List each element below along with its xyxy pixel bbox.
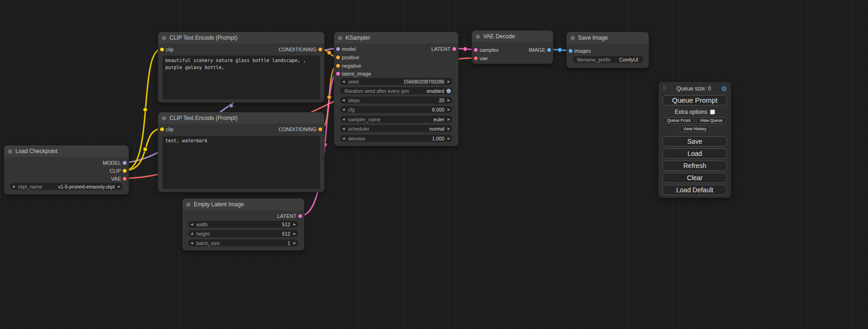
node-clip-text-encode-positive[interactable]: CLIP Text Encode (Prompt) clip CONDITION… — [158, 32, 325, 103]
load-button[interactable]: Load — [663, 148, 727, 159]
decrement-arrow-icon[interactable]: ◀ — [191, 221, 193, 228]
increment-arrow-icon[interactable]: ▶ — [448, 116, 450, 123]
latent-output-port[interactable] — [452, 47, 456, 51]
output-slot-image: IMAGE — [529, 47, 553, 53]
widget-random-seed-toggle[interactable]: Random seed after every gen enabled — [340, 87, 452, 94]
positive-prompt-textarea[interactable]: beautiful scenery nature glass bottle la… — [162, 56, 320, 99]
node-title-bar[interactable]: KSampler — [334, 32, 458, 43]
refresh-button[interactable]: Refresh — [663, 161, 727, 171]
clip-input-port[interactable] — [160, 127, 164, 131]
increment-arrow-icon[interactable]: ▶ — [118, 183, 120, 190]
input-slot-model: model — [334, 46, 356, 52]
widget-seed[interactable]: ◀ seed 156680208700286 ▶ — [340, 78, 452, 85]
clip-input-port[interactable] — [160, 48, 164, 51]
increment-arrow-icon[interactable]: ▶ — [294, 239, 296, 246]
widget-sampler-name[interactable]: ◀ sampler_name euler ▶ — [340, 116, 452, 123]
increment-arrow-icon[interactable]: ▶ — [448, 106, 450, 113]
negative-prompt-textarea[interactable]: text, watermark — [162, 136, 320, 189]
collapse-dot-icon[interactable] — [162, 36, 166, 40]
decrement-arrow-icon[interactable]: ◀ — [342, 135, 345, 142]
vae-output-port[interactable] — [123, 177, 127, 181]
input-slot-negative: negative — [334, 63, 361, 69]
widget-label: sampler_name — [348, 117, 380, 122]
increment-arrow-icon[interactable]: ▶ — [294, 230, 296, 237]
widget-denoise[interactable]: ◀ denoise 1.000 ▶ — [340, 135, 452, 142]
decrement-arrow-icon[interactable]: ◀ — [342, 125, 345, 132]
decrement-arrow-icon[interactable]: ◀ — [342, 78, 345, 85]
node-title-bar[interactable]: CLIP Text Encode (Prompt) — [158, 112, 324, 124]
conditioning-output-port[interactable] — [318, 48, 322, 51]
toggle-knob-icon[interactable] — [446, 89, 451, 93]
widget-cfg[interactable]: ◀ cfg 8.000 ▶ — [340, 106, 452, 113]
node-title-bar[interactable]: Load Checkpoint — [4, 146, 128, 157]
decrement-arrow-icon[interactable]: ◀ — [342, 106, 345, 113]
node-title-label: CLIP Text Encode (Prompt) — [169, 35, 238, 41]
node-empty-latent-image[interactable]: Empty Latent Image LATENT ◀ width 512 ▶ … — [182, 198, 304, 251]
decrement-arrow-icon[interactable]: ◀ — [342, 97, 345, 104]
increment-arrow-icon[interactable]: ▶ — [448, 135, 450, 142]
input-slot-clip: clip — [158, 46, 174, 53]
widget-height[interactable]: ◀ height 512 ▶ — [188, 230, 298, 237]
model-output-port[interactable] — [123, 161, 127, 165]
collapse-dot-icon[interactable] — [8, 149, 12, 154]
drag-handle-icon[interactable]: ⠿ — [663, 85, 666, 91]
widget-label: height — [196, 231, 210, 237]
node-load-checkpoint[interactable]: Load Checkpoint MODEL CLIP VAE ◀ ckpt_na… — [4, 145, 129, 195]
node-title-bar[interactable]: Empty Latent Image — [183, 199, 304, 210]
save-button[interactable]: Save — [663, 136, 727, 147]
increment-arrow-icon[interactable]: ▶ — [448, 78, 450, 85]
collapse-dot-icon[interactable] — [186, 203, 191, 207]
view-history-button[interactable]: View History — [679, 126, 710, 132]
collapse-dot-icon[interactable] — [476, 35, 480, 39]
widget-width[interactable]: ◀ width 512 ▶ — [188, 221, 298, 228]
settings-gear-icon[interactable]: ⚙ — [721, 85, 727, 92]
node-ksampler[interactable]: KSampler model positive negative latent_… — [334, 32, 459, 146]
extra-options-checkbox[interactable] — [710, 110, 715, 114]
view-queue-button[interactable]: View Queue — [696, 117, 727, 124]
queue-prompt-button[interactable]: Queue Prompt — [663, 95, 727, 106]
latent-image-input-port[interactable] — [336, 72, 340, 76]
widget-label: batch_size — [196, 240, 219, 246]
node-title-bar[interactable]: VAE Decode — [472, 31, 553, 42]
decrement-arrow-icon[interactable]: ◀ — [342, 116, 345, 123]
samples-input-port[interactable] — [474, 48, 478, 52]
load-default-button[interactable]: Load Default — [663, 185, 727, 195]
model-input-port[interactable] — [336, 47, 340, 51]
wire-midpoint-dot — [327, 51, 332, 55]
images-input-port[interactable] — [569, 49, 572, 53]
widget-value: euler — [433, 117, 444, 122]
widget-scheduler[interactable]: ◀ scheduler normal ▶ — [340, 125, 452, 132]
widget-value: 1.000 — [432, 136, 444, 141]
decrement-arrow-icon[interactable]: ◀ — [191, 230, 193, 237]
wire-midpoint-dot — [229, 104, 233, 108]
queue-size-label: Queue size: 0 — [666, 85, 721, 92]
clip-output-port[interactable] — [123, 169, 127, 173]
node-clip-text-encode-negative[interactable]: CLIP Text Encode (Prompt) clip CONDITION… — [158, 112, 325, 192]
image-output-port[interactable] — [547, 48, 551, 52]
node-vae-decode[interactable]: VAE Decode samples vae IMAGE — [472, 30, 553, 64]
negative-input-port[interactable] — [336, 64, 340, 68]
decrement-arrow-icon[interactable]: ◀ — [191, 239, 193, 246]
clear-button[interactable]: Clear — [663, 173, 727, 183]
node-title-bar[interactable]: CLIP Text Encode (Prompt) — [158, 32, 324, 43]
widget-batch-size[interactable]: ◀ batch_size 1 ▶ — [188, 239, 298, 246]
decrement-arrow-icon[interactable]: ◀ — [12, 183, 14, 190]
node-title-bar[interactable]: Save Image — [567, 32, 649, 43]
widget-filename-prefix[interactable]: filename_prefix ComfyUI — [572, 56, 643, 63]
widget-steps[interactable]: ◀ steps 20 ▶ — [340, 97, 452, 104]
queue-front-button[interactable]: Queue Front — [663, 117, 694, 124]
collapse-dot-icon[interactable] — [162, 116, 166, 120]
view-history-row: View History — [663, 126, 727, 132]
increment-arrow-icon[interactable]: ▶ — [448, 125, 450, 132]
widget-ckpt-name[interactable]: ◀ ckpt_name v1-5-pruned-emaonly.ckpt ▶ — [10, 183, 123, 190]
collapse-dot-icon[interactable] — [338, 36, 342, 40]
node-graph-canvas[interactable]: Load Checkpoint MODEL CLIP VAE ◀ ckpt_na… — [0, 0, 868, 329]
collapse-dot-icon[interactable] — [571, 36, 575, 40]
increment-arrow-icon[interactable]: ▶ — [294, 221, 296, 228]
node-save-image[interactable]: Save Image images filename_prefix ComfyU… — [566, 32, 649, 68]
conditioning-output-port[interactable] — [318, 127, 322, 131]
positive-input-port[interactable] — [336, 56, 340, 59]
latent-output-port[interactable] — [298, 214, 302, 218]
vae-input-port[interactable] — [474, 56, 478, 60]
increment-arrow-icon[interactable]: ▶ — [448, 97, 450, 104]
